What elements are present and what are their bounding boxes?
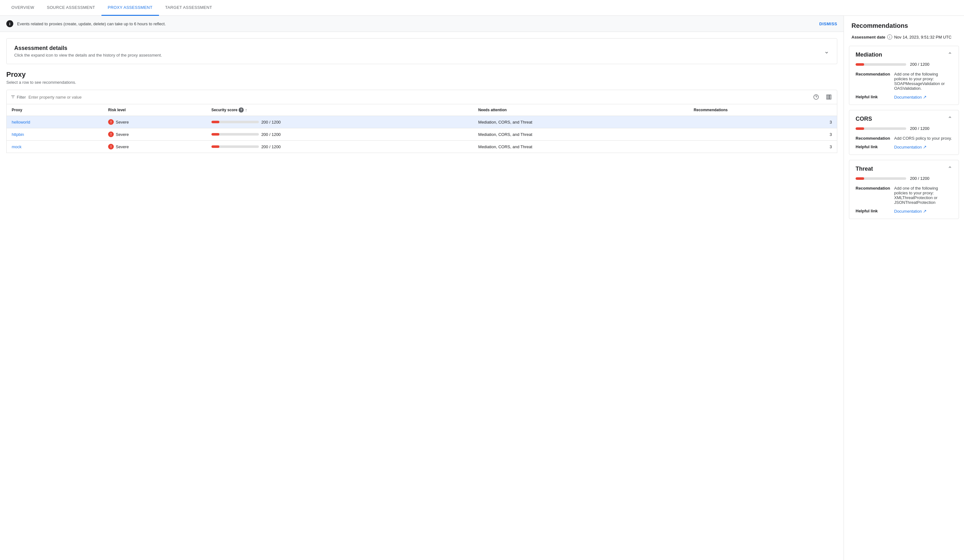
rec-score-text: 200 / 1200 — [910, 62, 929, 67]
th-recommendations: Recommendations — [689, 104, 837, 116]
rec-score-bar — [856, 177, 906, 180]
rec-helpful-link-row: Helpful link Documentation ↗ — [856, 145, 952, 150]
filter-label: Filter — [17, 95, 26, 99]
rec-card-header: Threat ⌃ — [849, 160, 959, 176]
filter-actions — [812, 93, 833, 101]
svg-rect-6 — [829, 95, 830, 99]
left-panel: i Events related to proxies (create, upd… — [0, 16, 844, 560]
tab-overview[interactable]: OVERVIEW — [5, 0, 41, 16]
rec-score-row: 200 / 1200 — [849, 126, 959, 136]
recommendations-title: Recommendations — [844, 22, 964, 34]
assessment-date-row: Assessment date i Nov 14, 2023, 9:51:32 … — [844, 34, 964, 46]
proxy-link[interactable]: mock — [12, 145, 21, 149]
tab-source-assessment[interactable]: SOURCE ASSESSMENT — [41, 0, 101, 16]
cell-risk-level: ! Severe — [103, 128, 206, 141]
table-row[interactable]: mock ! Severe 200 / 1200 Mediation, CORS… — [7, 141, 837, 153]
cell-proxy: helloworld — [7, 116, 103, 128]
rec-card-chevron[interactable]: ⌃ — [948, 51, 952, 58]
rec-score-text: 200 / 1200 — [910, 126, 929, 131]
rec-recommendation-row: Recommendation Add CORS policy to your p… — [856, 136, 952, 141]
proxy-section-title: Proxy — [7, 70, 837, 79]
rec-recommendation-value: Add one of the following policies to you… — [894, 72, 952, 91]
score-bar-bg — [212, 145, 259, 148]
filter-input[interactable] — [28, 95, 809, 99]
rec-score-text: 200 / 1200 — [910, 176, 929, 181]
security-score-help-icon[interactable]: ? — [239, 107, 244, 112]
proxy-link[interactable]: helloworld — [12, 120, 30, 125]
cell-recommendations: 3 — [689, 116, 837, 128]
risk-icon: ! — [108, 144, 114, 150]
rec-cards-container: Mediation ⌃ 200 / 1200 Recommendation Ad… — [844, 46, 964, 219]
cell-needs-attention: Mediation, CORS, and Threat — [473, 128, 689, 141]
rec-helpful-link-label: Helpful link — [856, 94, 890, 99]
assessment-date-value: Nov 14, 2023, 9:51:32 PM UTC — [894, 35, 951, 39]
cell-security-score: 200 / 1200 — [207, 128, 473, 141]
rec-card-chevron[interactable]: ⌃ — [948, 116, 952, 122]
external-link-icon: ↗ — [923, 94, 927, 99]
score-bar-bg — [212, 133, 259, 135]
rec-score-row: 200 / 1200 — [849, 62, 959, 72]
cell-recommendations: 3 — [689, 141, 837, 153]
rec-score-row: 200 / 1200 — [849, 176, 959, 186]
rec-score-fill — [856, 127, 864, 130]
tab-target-assessment[interactable]: TARGET ASSESSMENT — [159, 0, 218, 16]
score-bar-fill — [212, 145, 219, 148]
cell-security-score: 200 / 1200 — [207, 116, 473, 128]
assessment-details-subtitle: Click the expand icon to view the detail… — [14, 53, 162, 57]
help-button[interactable] — [812, 93, 821, 101]
assessment-details-content: Assessment details Click the expand icon… — [14, 45, 162, 57]
score-text: 200 / 1200 — [261, 132, 281, 137]
sort-icon[interactable]: ↑ — [245, 107, 247, 112]
assessment-details-title: Assessment details — [14, 45, 162, 52]
cell-risk-level: ! Severe — [103, 116, 206, 128]
rec-helpful-link[interactable]: Documentation ↗ — [894, 208, 927, 214]
table-row[interactable]: httpbin ! Severe 200 / 1200 Mediation, C… — [7, 128, 837, 141]
score-text: 200 / 1200 — [261, 120, 281, 125]
assessment-date-info-icon[interactable]: i — [887, 34, 892, 39]
rec-recommendation-label: Recommendation — [856, 136, 890, 141]
rec-card-cors: CORS ⌃ 200 / 1200 Recommendation Add COR… — [849, 110, 959, 155]
rec-card-title: Mediation — [856, 52, 882, 58]
rec-card-mediation: Mediation ⌃ 200 / 1200 Recommendation Ad… — [849, 46, 959, 105]
tab-proxy-assessment[interactable]: PROXY ASSESSMENT — [101, 0, 159, 16]
info-banner: i Events related to proxies (create, upd… — [0, 16, 843, 32]
columns-button[interactable] — [824, 93, 833, 101]
assessment-details-chevron[interactable]: ⌄ — [824, 47, 829, 55]
score-bar-fill — [212, 121, 219, 123]
risk-icon: ! — [108, 119, 114, 125]
cell-risk-level: ! Severe — [103, 141, 206, 153]
rec-card-chevron[interactable]: ⌃ — [948, 165, 952, 172]
svg-rect-5 — [827, 95, 828, 99]
rec-helpful-link[interactable]: Documentation ↗ — [894, 94, 927, 99]
risk-label: Severe — [116, 120, 129, 125]
proxy-table-body: helloworld ! Severe 200 / 1200 Mediation… — [7, 116, 837, 153]
risk-label: Severe — [116, 145, 129, 149]
th-risk-level: Risk level — [103, 104, 206, 116]
rec-helpful-link-label: Helpful link — [856, 145, 890, 150]
proxy-link[interactable]: httpbin — [12, 132, 24, 137]
info-icon: i — [7, 20, 13, 27]
score-text: 200 / 1200 — [261, 145, 281, 149]
rec-card-header: CORS ⌃ — [849, 110, 959, 126]
external-link-icon: ↗ — [923, 145, 927, 150]
rec-helpful-link[interactable]: Documentation ↗ — [894, 145, 927, 150]
right-panel: Recommendations Assessment date i Nov 14… — [844, 16, 964, 560]
assessment-details-card: Assessment details Click the expand icon… — [7, 38, 837, 64]
rec-score-fill — [856, 177, 864, 180]
rec-card-title: Threat — [856, 166, 873, 172]
dismiss-button[interactable]: DISMISS — [819, 21, 837, 26]
rec-recommendation-row: Recommendation Add one of the following … — [856, 72, 952, 91]
filter-icon: Filter — [10, 94, 26, 99]
rec-card-body: Recommendation Add CORS policy to your p… — [849, 136, 959, 155]
rec-card-title: CORS — [856, 116, 872, 122]
th-security-score: Security score ? ↑ — [207, 104, 473, 116]
rec-score-bar — [856, 63, 906, 66]
rec-helpful-link-row: Helpful link Documentation ↗ — [856, 94, 952, 99]
cell-proxy: httpbin — [7, 128, 103, 141]
rec-recommendation-row: Recommendation Add one of the following … — [856, 186, 952, 205]
table-row[interactable]: helloworld ! Severe 200 / 1200 Mediation… — [7, 116, 837, 128]
rec-recommendation-value: Add one of the following policies to you… — [894, 186, 952, 205]
filter-bar: Filter — [7, 90, 837, 104]
score-bar-bg — [212, 121, 259, 123]
external-link-icon: ↗ — [923, 208, 927, 214]
